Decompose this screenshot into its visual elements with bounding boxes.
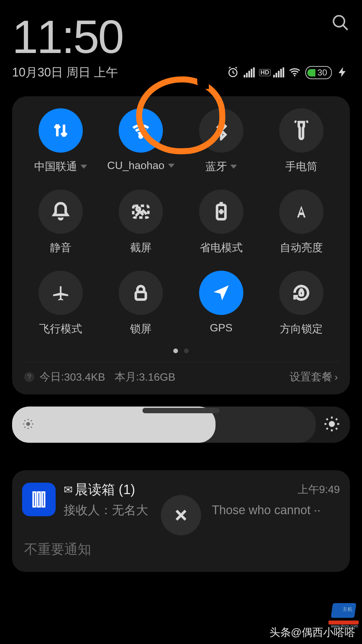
notification-preview: Those who cannot ·· [212,503,320,517]
svg-line-20 [24,427,25,428]
brightness-high-icon [324,416,340,433]
svg-rect-11 [136,292,146,300]
chevron-down-icon [168,164,175,168]
data-icon[interactable] [39,108,83,153]
svg-line-30 [336,419,337,420]
signal-2-icon [273,68,284,77]
data-usage-row[interactable]: ? 今日: 303.4KB 本月: 3.16GB 设置套餐 › [22,362,340,386]
qs-tile-label[interactable]: 静音 [50,240,71,255]
svg-rect-12 [300,291,303,296]
qs-tile-bell[interactable]: 静音 [22,190,99,255]
usage-month-value: 3.16GB [139,371,176,383]
screenshot-icon[interactable] [119,190,163,234]
lock-icon[interactable] [119,271,163,315]
notification-time: 上午9:49 [298,482,340,497]
usage-month-label: 本月: [115,370,139,384]
qs-tile-label[interactable]: 手电筒 [285,159,317,174]
footer-credit: 头条@偶西小嗒嗒 [269,625,355,640]
wifi-status-icon [289,66,301,79]
alarm-icon [227,66,239,79]
qs-tile-lock[interactable]: 锁屏 [103,271,180,336]
unimportant-section-label[interactable]: 不重要通知 [22,540,340,558]
bluetooth-icon[interactable] [199,108,243,153]
gps-icon[interactable] [199,271,243,315]
svg-line-27 [326,419,328,420]
signal-1-icon [244,68,254,77]
usage-today-label: 今日: [40,370,64,384]
qs-tile-flashlight[interactable]: 手电筒 [263,108,340,174]
envelope-icon: ✉ [64,483,73,496]
qs-tile-label[interactable]: 飞行模式 [39,322,82,336]
svg-line-18 [24,420,25,421]
qs-tile-label[interactable]: GPS [210,322,233,334]
qs-tile-airplane[interactable]: 飞行模式 [22,271,99,336]
plan-link[interactable]: 设置套餐 [290,370,333,384]
search-icon[interactable] [331,13,350,34]
qs-tile-label[interactable]: 省电模式 [200,240,243,255]
chevron-down-icon [80,165,87,169]
clock-time: 11:50 [12,13,123,60]
svg-line-19 [31,427,32,428]
svg-rect-31 [33,492,36,507]
svg-line-28 [336,428,337,429]
chevron-right-icon: › [335,371,338,383]
notification-title: 晨读箱 (1) [75,480,135,499]
wifi-icon[interactable] [119,108,163,153]
rotation-lock-icon[interactable] [279,271,323,315]
date-label: 10月30日 周日 上午 [12,64,118,81]
quick-settings-panel: 中国联通CU_haohao蓝牙手电筒静音截屏省电模式自动亮度飞行模式锁屏GPS方… [12,96,350,394]
qs-tile-label[interactable]: CU_haohao [107,159,175,172]
usage-today-value: 303.4KB [64,371,105,383]
page-dot-2[interactable] [184,348,189,353]
qs-tile-auto-brightness[interactable]: 自动亮度 [263,190,340,255]
battery-saver-icon[interactable] [199,190,243,234]
svg-line-21 [31,420,32,421]
clear-notifications-button[interactable] [161,495,201,535]
watermark: 主机www.dnzp.com [326,603,360,627]
svg-line-1 [343,25,348,30]
auto-brightness-icon[interactable] [279,190,323,234]
qs-tile-gps[interactable]: GPS [183,271,260,336]
help-icon[interactable]: ? [24,372,34,382]
svg-line-29 [326,428,328,429]
qs-tile-battery-saver[interactable]: 省电模式 [183,190,260,255]
qs-tile-label[interactable]: 截屏 [130,240,152,255]
qs-tile-label[interactable]: 蓝牙 [205,159,237,174]
charging-icon [337,66,349,79]
notification-recipient: 接收人：无名大 [64,503,148,517]
brightness-low-icon [21,417,35,432]
svg-point-22 [329,421,335,427]
qs-tile-label[interactable]: 自动亮度 [280,240,323,255]
qs-tile-bluetooth[interactable]: 蓝牙 [183,108,260,174]
svg-point-6 [137,208,140,211]
qs-tile-wifi[interactable]: CU_haohao [103,108,180,174]
notification-card[interactable]: ✉晨读箱 (1) 上午9:49 接收人：无名大 Those who cannot… [12,470,350,572]
svg-rect-32 [38,492,40,507]
qs-tile-label[interactable]: 方向锁定 [280,322,323,336]
svg-point-4 [140,135,142,138]
svg-point-0 [334,16,345,27]
drag-handle[interactable] [142,408,220,413]
flashlight-icon[interactable] [279,108,323,153]
app-icon [22,483,56,516]
svg-point-3 [294,75,296,76]
qs-tile-data[interactable]: 中国联通 [22,108,99,174]
battery-indicator: 30 [305,66,332,79]
qs-tile-label[interactable]: 锁屏 [130,322,152,336]
page-dot-1[interactable] [173,348,178,353]
svg-rect-33 [42,492,45,507]
airplane-icon[interactable] [39,271,83,315]
qs-tile-label[interactable]: 中国联通 [34,159,87,174]
status-bar: HD 30 [227,66,349,79]
qs-tile-rotation-lock[interactable]: 方向锁定 [263,271,340,336]
qs-tile-screenshot[interactable]: 截屏 [103,190,180,255]
page-indicator[interactable] [22,348,340,353]
hd-icon: HD [259,69,270,76]
svg-point-13 [26,422,30,426]
bell-icon[interactable] [39,190,83,234]
chevron-down-icon [230,165,237,169]
